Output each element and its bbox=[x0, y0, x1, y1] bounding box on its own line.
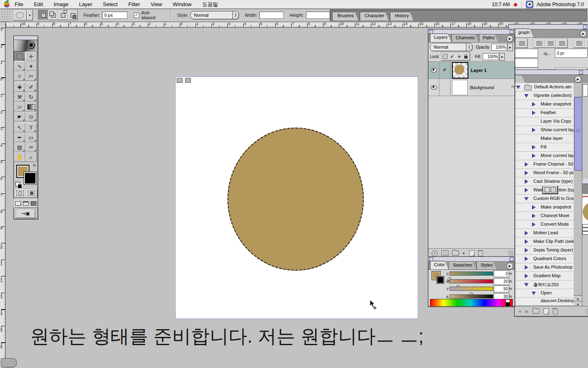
add-mask-button[interactable] bbox=[441, 250, 448, 256]
well-tab-history[interactable]: History bbox=[390, 12, 413, 21]
new-set-button[interactable] bbox=[532, 309, 539, 314]
palette-menu-button[interactable]: ▶ bbox=[506, 35, 513, 42]
black-swatch[interactable] bbox=[506, 302, 510, 306]
menu-item-window[interactable]: Window bbox=[167, 1, 197, 7]
slider-bar[interactable] bbox=[450, 294, 493, 298]
fill-input[interactable]: 100% bbox=[483, 53, 499, 60]
hand-tool[interactable]: ✋ bbox=[14, 152, 25, 162]
menu-item-view[interactable]: View bbox=[145, 1, 167, 7]
action-row[interactable]: Channel Mixer bbox=[514, 212, 574, 220]
action-row[interactable]: Custom RGB to Graysc... bbox=[514, 195, 574, 203]
apple-menu-icon[interactable] bbox=[4, 1, 9, 7]
collapse-arrow-icon[interactable] bbox=[524, 94, 528, 98]
scrollbar-thumb[interactable] bbox=[574, 97, 582, 171]
action-row[interactable]: Make Clip Path (selectio... bbox=[514, 238, 574, 246]
anti-aliased-checkbox[interactable]: ✓ bbox=[134, 13, 139, 18]
blend-dropdown-stepper[interactable]: ▲▼ bbox=[466, 43, 472, 51]
collapse-box-icon[interactable] bbox=[579, 70, 583, 74]
window-grip-widget[interactable] bbox=[1, 358, 17, 368]
magic-wand-tool[interactable]: ✶ bbox=[25, 61, 37, 71]
action-row[interactable]: As: EPS generic bbox=[514, 305, 574, 305]
width-input[interactable] bbox=[259, 11, 284, 19]
style-dropdown[interactable]: Normal ▲▼ bbox=[190, 11, 239, 19]
crop-tool[interactable]: ⌗ bbox=[14, 71, 25, 81]
menu-item-file[interactable]: File bbox=[9, 1, 29, 7]
tab-paragraph[interactable]: graph bbox=[514, 29, 533, 37]
new-action-button[interactable] bbox=[543, 308, 549, 314]
actions-scrollbar[interactable]: ▲ ▼ bbox=[574, 83, 582, 307]
add-to-selection-button[interactable] bbox=[48, 10, 58, 20]
swap-colors-icon[interactable]: ↻ bbox=[33, 163, 36, 168]
align-right-button[interactable] bbox=[533, 39, 545, 48]
action-row[interactable]: Fill bbox=[514, 143, 574, 152]
menu-item-filter[interactable]: Filter bbox=[123, 1, 145, 7]
imageready-button[interactable]: ↪▣ bbox=[16, 209, 35, 218]
slider-value-input[interactable]: 0 bbox=[494, 270, 509, 277]
collapse-arrow-icon[interactable] bbox=[524, 283, 528, 287]
lock-all-button[interactable] bbox=[463, 53, 470, 60]
menu-clock[interactable]: 10:7 AM bbox=[492, 2, 510, 7]
menu-item-help[interactable]: 도움말 bbox=[197, 1, 223, 7]
slider-value-input[interactable]: 50 bbox=[494, 285, 509, 292]
eraser-tool[interactable]: ▱ bbox=[14, 102, 25, 112]
action-row[interactable]: Move current layer bbox=[514, 152, 574, 160]
brush-tool[interactable]: ✐ bbox=[25, 82, 37, 92]
tab-styles[interactable]: Styles bbox=[477, 261, 497, 269]
shape-tool[interactable]: ▭ bbox=[25, 132, 37, 142]
color-spectrum-bar[interactable] bbox=[430, 299, 513, 307]
action-row[interactable]: Convert Mode bbox=[514, 220, 574, 229]
collapse-arrow-icon[interactable] bbox=[524, 197, 528, 201]
action-row[interactable]: Default Actions.atn bbox=[514, 83, 574, 92]
move-tool[interactable]: ✛ bbox=[25, 52, 37, 61]
action-row[interactable]: Make snapshot bbox=[514, 100, 574, 109]
intersect-selection-button[interactable] bbox=[68, 10, 78, 20]
action-row[interactable]: Layer Via Copy bbox=[514, 117, 574, 126]
slice-tool[interactable]: ✄ bbox=[25, 71, 37, 81]
collapse-box-icon[interactable] bbox=[429, 30, 433, 34]
scroll-up-button[interactable]: ▲ bbox=[574, 295, 582, 301]
standard-screen-button[interactable] bbox=[14, 199, 22, 208]
palette-menu-button[interactable]: ▶ bbox=[506, 263, 513, 269]
layer-name[interactable]: Layer 1 bbox=[471, 68, 487, 73]
expand-arrow-icon[interactable] bbox=[524, 248, 528, 252]
floating-mini-palette[interactable] bbox=[542, 186, 558, 194]
application-menu[interactable]: Adobe Photoshop 7.0 bbox=[537, 2, 584, 7]
play-button[interactable]: ▶ bbox=[526, 309, 529, 314]
type-tool[interactable]: T bbox=[25, 123, 37, 132]
height-input[interactable] bbox=[306, 11, 330, 19]
vertical-ruler[interactable]: 32101234567891011121314151617 bbox=[0, 27, 6, 368]
tab-layers[interactable]: Layers bbox=[430, 34, 451, 42]
adjustment-layer-button[interactable]: ◐ bbox=[463, 251, 466, 256]
expand-arrow-icon[interactable] bbox=[524, 274, 528, 278]
new-set-button[interactable] bbox=[452, 251, 459, 256]
resize-grip[interactable] bbox=[586, 308, 588, 314]
justify-last-right-button[interactable] bbox=[573, 39, 585, 48]
opacity-stepper[interactable]: ▶ bbox=[508, 43, 513, 51]
expand-arrow-icon[interactable] bbox=[524, 171, 528, 175]
expand-arrow-icon[interactable] bbox=[532, 222, 536, 227]
collapse-arrow-icon[interactable] bbox=[516, 85, 520, 89]
path-selection-tool[interactable]: ↖ bbox=[14, 123, 25, 132]
fill-stepper[interactable]: ▶ bbox=[499, 53, 505, 61]
visibility-toggle[interactable] bbox=[428, 79, 439, 96]
lock-transparency-button[interactable] bbox=[442, 53, 449, 60]
layer-style-button[interactable]: ƒ bbox=[432, 250, 438, 256]
expand-arrow-icon[interactable] bbox=[532, 214, 536, 218]
justify-last-center-button[interactable] bbox=[556, 39, 568, 48]
expand-arrow-icon[interactable] bbox=[524, 180, 528, 184]
expand-arrow-icon[interactable] bbox=[532, 111, 536, 115]
blend-mode-dropdown[interactable]: Normal ▲▼ bbox=[430, 43, 472, 51]
action-row[interactable]: Cast Shadow (type) bbox=[514, 177, 574, 186]
collapse-box-icon[interactable] bbox=[429, 257, 433, 261]
action-row[interactable]: Sepia Toning (layer) bbox=[514, 246, 574, 255]
action-row[interactable]: Feather bbox=[514, 109, 574, 117]
tab-swatches[interactable]: Swatches bbox=[449, 261, 476, 269]
palette-menu-button[interactable]: ▶ bbox=[575, 76, 581, 83]
action-row[interactable]: Show current layer bbox=[514, 126, 574, 135]
well-tab-brushes[interactable]: Brushes bbox=[332, 12, 358, 21]
resize-grip[interactable] bbox=[508, 250, 514, 256]
expand-arrow-icon[interactable] bbox=[532, 154, 536, 158]
delete-action-button[interactable] bbox=[553, 310, 558, 314]
expand-arrow-icon[interactable] bbox=[524, 231, 528, 235]
gradient-tool[interactable] bbox=[25, 102, 37, 112]
